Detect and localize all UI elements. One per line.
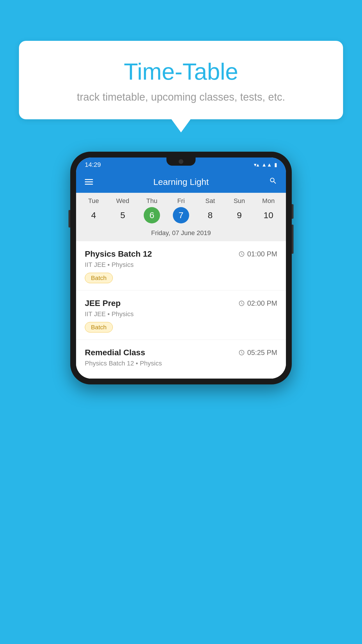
status-time: 14:29 xyxy=(85,161,101,169)
day-number: 6 xyxy=(144,207,160,223)
menu-button[interactable] xyxy=(85,179,93,185)
hamburger-line-2 xyxy=(85,181,93,182)
schedule-item-title: JEE Prep xyxy=(85,299,121,308)
day-name: Wed xyxy=(116,197,129,205)
schedule-item-title: Physics Batch 12 xyxy=(85,249,152,259)
selected-date-label: Friday, 07 June 2019 xyxy=(79,226,283,241)
day-name: Mon xyxy=(262,197,275,205)
day-number: 9 xyxy=(231,207,247,223)
day-cell-sat[interactable]: Sat8 xyxy=(197,197,223,223)
front-camera xyxy=(179,159,183,164)
day-cell-wed[interactable]: Wed5 xyxy=(110,197,136,223)
day-number: 10 xyxy=(260,207,277,223)
battery-icon: ▮ xyxy=(274,162,277,168)
day-number: 7 xyxy=(173,207,189,223)
status-icons: ▾▴ ▲▲ ▮ xyxy=(254,162,277,168)
search-button[interactable] xyxy=(269,177,277,187)
clock-icon xyxy=(238,349,245,356)
schedule-item-header: Physics Batch 1201:00 PM xyxy=(85,249,277,259)
schedule-list: Physics Batch 1201:00 PMIIT JEE • Physic… xyxy=(76,241,286,379)
app-title: Learning Light xyxy=(153,177,209,187)
power-button xyxy=(292,204,294,219)
schedule-item-time: 01:00 PM xyxy=(238,250,277,258)
day-name: Sat xyxy=(205,197,215,205)
schedule-item-subtitle: IIT JEE • Physics xyxy=(85,310,277,318)
schedule-item-time: 05:25 PM xyxy=(238,349,277,357)
hamburger-line-1 xyxy=(85,179,93,180)
schedule-item[interactable]: JEE Prep02:00 PMIIT JEE • PhysicsBatch xyxy=(76,290,286,340)
schedule-item-time: 02:00 PM xyxy=(238,299,277,307)
schedule-item[interactable]: Physics Batch 1201:00 PMIIT JEE • Physic… xyxy=(76,241,286,290)
schedule-item[interactable]: Remedial Class05:25 PMPhysics Batch 12 •… xyxy=(76,340,286,379)
clock-icon xyxy=(238,300,245,307)
batch-badge: Batch xyxy=(85,322,113,332)
speech-bubble-section: Time-Table track timetable, upcoming cla… xyxy=(19,41,343,119)
day-cell-fri[interactable]: Fri7 xyxy=(168,197,194,223)
schedule-item-header: JEE Prep02:00 PM xyxy=(85,299,277,308)
phone-screen: 14:29 ▾▴ ▲▲ ▮ Learning Light xyxy=(76,158,286,379)
day-number: 4 xyxy=(85,207,102,223)
speech-bubble: Time-Table track timetable, upcoming cla… xyxy=(19,41,343,119)
hamburger-line-3 xyxy=(85,184,93,185)
days-row: Tue4Wed5Thu6Fri7Sat8Sun9Mon10 xyxy=(79,197,283,223)
phone-mockup: 14:29 ▾▴ ▲▲ ▮ Learning Light xyxy=(70,152,292,384)
volume-down-button xyxy=(292,225,294,254)
day-number: 8 xyxy=(202,207,218,223)
clock-icon xyxy=(238,251,245,257)
schedule-item-subtitle: Physics Batch 12 • Physics xyxy=(85,360,277,367)
day-cell-sun[interactable]: Sun9 xyxy=(226,197,252,223)
day-name: Thu xyxy=(146,197,157,205)
bubble-title: Time-Table xyxy=(34,58,328,85)
day-cell-tue[interactable]: Tue4 xyxy=(80,197,107,223)
day-name: Fri xyxy=(177,197,185,205)
day-number: 5 xyxy=(115,207,131,223)
phone-notch xyxy=(166,158,196,166)
volume-button xyxy=(68,210,70,228)
day-cell-thu[interactable]: Thu6 xyxy=(139,197,165,223)
app-bar: Learning Light xyxy=(76,171,286,193)
batch-badge: Batch xyxy=(85,273,113,283)
schedule-item-subtitle: IIT JEE • Physics xyxy=(85,261,277,269)
phone-frame: 14:29 ▾▴ ▲▲ ▮ Learning Light xyxy=(70,152,292,384)
day-name: Sun xyxy=(233,197,245,205)
signal-icon: ▲▲ xyxy=(261,162,272,168)
wifi-icon: ▾▴ xyxy=(254,162,259,168)
bubble-subtitle: track timetable, upcoming classes, tests… xyxy=(34,91,328,103)
day-cell-mon[interactable]: Mon10 xyxy=(255,197,282,223)
day-name: Tue xyxy=(88,197,99,205)
schedule-item-header: Remedial Class05:25 PM xyxy=(85,348,277,357)
schedule-item-title: Remedial Class xyxy=(85,348,145,357)
calendar-strip: Tue4Wed5Thu6Fri7Sat8Sun9Mon10 Friday, 07… xyxy=(76,193,286,241)
